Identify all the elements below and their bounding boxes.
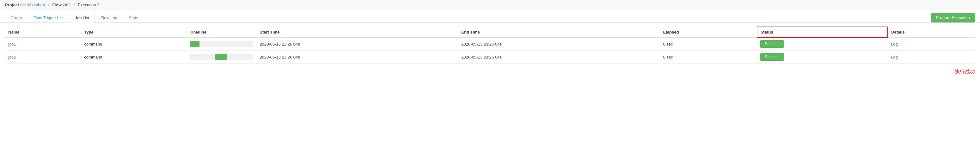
col-details: Details — [888, 27, 975, 37]
job-end-time-cell: 2020-05-13 23:26 04s — [458, 37, 660, 50]
table-row: job2command2020-05-13 23:26 04s2020-05-1… — [5, 50, 975, 64]
job-status-button[interactable]: Success — [760, 40, 784, 48]
project-label: Project — [5, 3, 19, 7]
flow-label: Flow — [52, 3, 62, 7]
breadcrumb: Project helloAzkaban / Flow job2 / Execu… — [0, 0, 980, 10]
job-type-cell: command — [81, 37, 186, 50]
job-elapsed-cell: 0 sec — [660, 37, 757, 50]
job-details-cell: Log — [888, 50, 975, 64]
prepare-execution-button[interactable]: Prepare Execution — [931, 13, 975, 22]
col-status: Status — [757, 27, 888, 37]
col-elapsed: Elapsed — [660, 27, 757, 37]
col-name: Name — [5, 27, 81, 37]
job-link[interactable]: job2 — [8, 55, 16, 60]
job-end-time-cell: 2020-05-13 23:26 04s — [458, 50, 660, 64]
table-container: Name Type Timeline Start Time End Time E… — [0, 23, 980, 68]
execution-text: Execution 2 — [78, 3, 99, 7]
job-status-button[interactable]: Success — [760, 53, 784, 61]
tab-job-list[interactable]: Job List — [70, 13, 95, 23]
job-log-link[interactable]: Log — [891, 55, 898, 60]
job-details-cell: Log — [888, 37, 975, 50]
job-type-cell: command — [81, 50, 186, 64]
job-elapsed-cell: 0 sec — [660, 50, 757, 64]
annotation-text: 执行成功 — [0, 68, 980, 78]
tabs-left: Graph Flow Trigger List Job List Flow Lo… — [5, 13, 144, 22]
sep2: / — [73, 3, 75, 7]
job-status-cell: Success — [757, 50, 888, 64]
job-name-cell: job2 — [5, 50, 81, 64]
tabs-bar: Graph Flow Trigger List Job List Flow Lo… — [0, 10, 980, 23]
job-link[interactable]: job1 — [8, 42, 16, 46]
job-timeline-cell — [187, 50, 256, 64]
tab-flow-log[interactable]: Flow Log — [95, 13, 123, 22]
job-table: Name Type Timeline Start Time End Time E… — [5, 27, 975, 64]
tab-stats[interactable]: Stats — [123, 13, 144, 22]
job-name-cell: job1 — [5, 37, 81, 50]
job-start-time-cell: 2020-05-13 23:26 04s — [256, 37, 458, 50]
job-status-cell: Success — [757, 37, 888, 50]
col-type: Type — [81, 27, 186, 37]
col-start-time: Start Time — [256, 27, 458, 37]
job-timeline-cell — [187, 37, 256, 50]
col-end-time: End Time — [458, 27, 660, 37]
job-start-time-cell: 2020-05-13 23:26 04s — [256, 50, 458, 64]
table-header-row: Name Type Timeline Start Time End Time E… — [5, 27, 975, 37]
project-link[interactable]: helloAzkaban — [20, 3, 45, 7]
tab-graph[interactable]: Graph — [5, 13, 27, 22]
flow-link[interactable]: job2 — [63, 3, 71, 7]
col-timeline: Timeline — [187, 27, 256, 37]
job-log-link[interactable]: Log — [891, 42, 898, 46]
tab-flow-trigger-list[interactable]: Flow Trigger List — [28, 13, 69, 22]
table-row: job1command2020-05-13 23:26 04s2020-05-1… — [5, 37, 975, 50]
sep1: / — [48, 3, 49, 7]
